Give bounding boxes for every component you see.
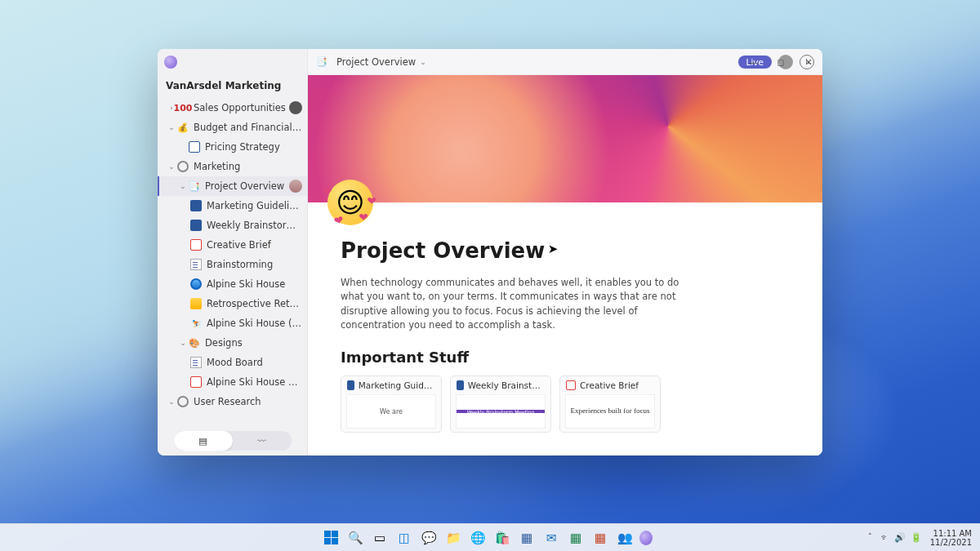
outlook-icon[interactable]: ✉ bbox=[541, 528, 561, 548]
document-body: Project Overview ➤ When technology commu… bbox=[308, 202, 822, 433]
clock-time: 11:11 AM bbox=[930, 529, 972, 538]
start-button[interactable] bbox=[321, 528, 341, 548]
powerpoint-icon[interactable]: ▦ bbox=[590, 528, 610, 548]
tree-label: Budget and Financial Projection bbox=[194, 122, 302, 133]
card-preview: Weekly Brainstorm Meeting bbox=[456, 394, 546, 429]
bookmark-tabs-icon: 📑 bbox=[189, 180, 200, 192]
money-bag-icon bbox=[177, 122, 189, 133]
excel-icon[interactable]: ▦ bbox=[566, 528, 586, 548]
wifi-icon[interactable]: ᯤ bbox=[880, 532, 889, 543]
system-tray[interactable]: ˆ ᯤ 🔊 🔋 11:11 AM 11/2/2021 bbox=[868, 529, 972, 547]
app-icon bbox=[164, 56, 177, 69]
tree-item-sales[interactable]: › 100 Sales Opportunities bbox=[158, 98, 307, 118]
titlebar-left bbox=[158, 49, 307, 75]
document-canvas: ❤ ❤ ❤ ❤ Project Overview ➤ When technolo… bbox=[308, 75, 822, 455]
document-icon bbox=[189, 141, 200, 153]
tree-label: Designs bbox=[205, 337, 302, 349]
tree-label: Brainstorming bbox=[207, 259, 302, 270]
taskbar[interactable]: 🔍 ▭ ◫ 💬 📁 🌐 🛍️ ▦ ✉ ▦ ▦ 👥 ˆ ᯤ 🔊 🔋 11:11 A… bbox=[0, 523, 980, 551]
word-icon[interactable]: ▦ bbox=[517, 528, 537, 548]
toggle-pages[interactable]: ▤ bbox=[174, 431, 233, 451]
tree-label: Creative Brief bbox=[207, 239, 302, 251]
toggle-activity[interactable]: 〰 bbox=[233, 431, 292, 451]
tree-label: Retrospective Retreat bbox=[207, 298, 302, 309]
tray-chevron-icon[interactable]: ˆ bbox=[868, 533, 872, 542]
tree-item-alpine-id[interactable]: ⛷️ Alpine Ski House (ID: 487… bbox=[158, 313, 307, 333]
file-explorer-icon[interactable]: 📁 bbox=[443, 528, 463, 548]
heart-icon: ❤ bbox=[323, 184, 332, 198]
breadcrumb[interactable]: 📑 Project Overview ⌄ bbox=[316, 56, 426, 68]
heart-icon: ❤ bbox=[359, 211, 368, 224]
tree-item-mood-board[interactable]: Mood Board bbox=[158, 353, 307, 372]
store-icon[interactable]: 🛍️ bbox=[492, 528, 512, 548]
activity-icon: 〰 bbox=[257, 436, 266, 447]
maximize-button[interactable]: ◻ bbox=[767, 49, 795, 75]
tree-item-retrospective[interactable]: Retrospective Retreat bbox=[158, 294, 307, 313]
taskbar-clock[interactable]: 11:11 AM 11/2/2021 bbox=[930, 529, 972, 547]
bookmark-tabs-icon: 📑 bbox=[316, 56, 327, 68]
tree-label: Alpine Ski House bbox=[207, 278, 302, 290]
chevron-down-icon: ⌄ bbox=[167, 123, 176, 131]
chevron-down-icon: ⌄ bbox=[179, 339, 187, 347]
task-view-icon[interactable]: ▭ bbox=[370, 528, 390, 548]
card-marketing-guidelines[interactable]: Marketing Guidelines f… We are bbox=[341, 375, 442, 433]
card-preview: We are bbox=[346, 394, 436, 429]
tree-label: Marketing Guidelines for V… bbox=[207, 200, 302, 211]
tray-icons: ᯤ 🔊 🔋 bbox=[880, 532, 922, 543]
teams-icon[interactable]: 👥 bbox=[615, 528, 635, 548]
tree-item-creative-brief[interactable]: Creative Brief bbox=[158, 235, 307, 255]
presence-avatar bbox=[289, 101, 302, 114]
card-creative-brief[interactable]: Creative Brief Experiences built for foc… bbox=[559, 375, 661, 433]
intro-paragraph: When technology communicates and behaves… bbox=[341, 276, 692, 332]
loop-app-icon[interactable] bbox=[639, 528, 659, 548]
tree-item-alpine[interactable]: Alpine Ski House bbox=[158, 274, 307, 294]
tree-item-project-overview[interactable]: ⌄ 📑 Project Overview bbox=[158, 176, 307, 196]
tree-item-guidelines[interactable]: Marketing Guidelines for V… bbox=[158, 196, 307, 216]
minimize-button[interactable]: — bbox=[739, 49, 767, 75]
tree-label: Project Overview bbox=[205, 180, 286, 192]
chevron-down-icon: ⌄ bbox=[420, 58, 426, 66]
volume-icon[interactable]: 🔊 bbox=[894, 532, 906, 543]
word-doc-icon bbox=[347, 380, 354, 390]
tree-label: Weekly Brainstorm Meeting bbox=[207, 220, 302, 231]
tree-item-designs[interactable]: ⌄ 🎨 Designs bbox=[158, 333, 307, 353]
target-icon bbox=[177, 161, 189, 172]
note-icon bbox=[190, 259, 202, 270]
card-weekly-brainstorm[interactable]: Weekly Brainstorm Me… Weekly Brainstorm … bbox=[450, 375, 551, 433]
page-icon bbox=[190, 239, 202, 251]
tree-label: Alpine Ski House Sizzle Re… bbox=[207, 376, 302, 388]
tree-item-budget[interactable]: ⌄ Budget and Financial Projection bbox=[158, 118, 307, 137]
tree-label: Marketing bbox=[194, 161, 302, 172]
heart-icon: ❤ bbox=[367, 194, 376, 207]
card-preview: Experiences built for focus bbox=[565, 394, 655, 429]
page-title: Project Overview ➤ bbox=[341, 238, 545, 263]
globe-icon bbox=[190, 278, 202, 290]
search-icon[interactable]: 🔍 bbox=[345, 528, 365, 548]
word-doc-icon bbox=[457, 380, 464, 390]
page-icon bbox=[190, 376, 202, 388]
view-toggle[interactable]: ▤ 〰 bbox=[174, 431, 292, 451]
chevron-down-icon: ⌄ bbox=[167, 162, 176, 171]
sidebar-footer: ▤ 〰 bbox=[158, 426, 307, 455]
chat-icon[interactable]: 💬 bbox=[419, 528, 439, 548]
main-pane: — ◻ ✕ 📑 Project Overview ⌄ Live ❤ ❤ ❤ bbox=[308, 49, 822, 455]
tree-label: Alpine Ski House (ID: 487… bbox=[207, 318, 302, 329]
tree-item-sizzle[interactable]: Alpine Ski House Sizzle Re… bbox=[158, 372, 307, 392]
widgets-icon[interactable]: ◫ bbox=[394, 528, 414, 548]
tree-item-marketing[interactable]: ⌄ Marketing bbox=[158, 157, 307, 176]
tree-item-brainstorming[interactable]: Brainstorming bbox=[158, 255, 307, 274]
tree-label: Mood Board bbox=[207, 357, 302, 368]
chevron-down-icon: ⌄ bbox=[179, 182, 187, 190]
emoji-smiling-hearts: ❤ ❤ ❤ ❤ bbox=[327, 180, 373, 225]
document-icon: ▤ bbox=[198, 436, 207, 447]
tree-item-pricing[interactable]: Pricing Strategy bbox=[158, 137, 307, 157]
edge-icon[interactable]: 🌐 bbox=[468, 528, 488, 548]
folder-icon bbox=[190, 298, 202, 309]
history-icon[interactable] bbox=[800, 55, 814, 69]
tree-item-brainstorm[interactable]: Weekly Brainstorm Meeting bbox=[158, 216, 307, 235]
battery-icon[interactable]: 🔋 bbox=[911, 532, 922, 543]
card-label: Weekly Brainstorm Me… bbox=[468, 380, 545, 390]
tree-item-user-research[interactable]: ⌄ User Research bbox=[158, 392, 307, 411]
card-label: Marketing Guidelines f… bbox=[359, 380, 435, 390]
section-heading: Important Stuff bbox=[341, 349, 790, 366]
